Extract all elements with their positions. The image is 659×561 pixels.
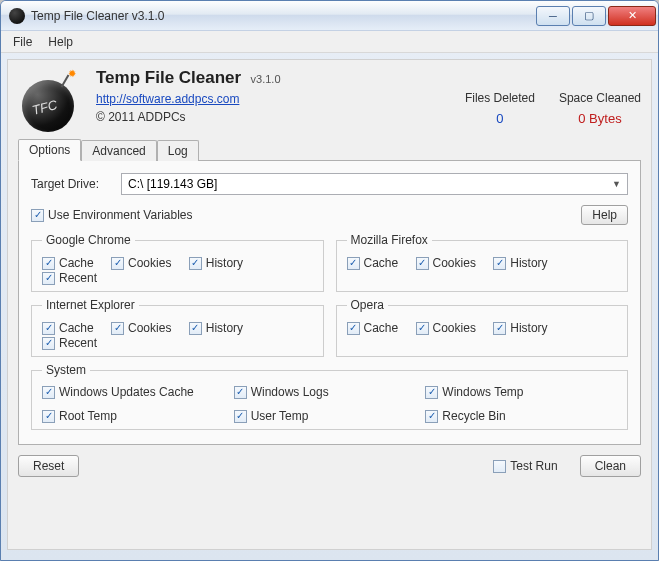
firefox-cache-checkbox[interactable]: ✓Cache	[347, 256, 399, 270]
target-drive-select[interactable]: C:\ [119.143 GB] ▼	[121, 173, 628, 195]
header: TFC ✹ Temp File Cleaner v3.1.0 http://so…	[18, 68, 641, 132]
menu-help[interactable]: Help	[40, 33, 81, 51]
group-chrome: Google Chrome ✓Cache ✓Cookies ✓History ✓…	[31, 233, 324, 292]
app-name: Temp File Cleaner	[96, 68, 241, 88]
group-firefox: Mozilla Firefox ✓Cache ✓Cookies ✓History	[336, 233, 629, 292]
system-win-temp-checkbox[interactable]: ✓Windows Temp	[425, 385, 603, 399]
files-deleted-value: 0	[465, 111, 535, 126]
system-user-temp-checkbox[interactable]: ✓User Temp	[234, 409, 412, 423]
website-link[interactable]: http://software.addpcs.com	[96, 92, 281, 106]
ie-cookies-checkbox[interactable]: ✓Cookies	[111, 321, 171, 335]
tab-log[interactable]: Log	[157, 140, 199, 161]
opera-cookies-checkbox[interactable]: ✓Cookies	[416, 321, 476, 335]
titlebar: Temp File Cleaner v3.1.0 ─ ▢ ✕	[1, 1, 658, 31]
firefox-cookies-checkbox[interactable]: ✓Cookies	[416, 256, 476, 270]
app-version: v3.1.0	[251, 73, 281, 85]
menubar: File Help	[1, 31, 658, 53]
footer: Reset Test Run Clean	[18, 455, 641, 477]
minimize-button[interactable]: ─	[536, 6, 570, 26]
app-window: Temp File Cleaner v3.1.0 ─ ▢ ✕ File Help…	[0, 0, 659, 561]
ie-cache-checkbox[interactable]: ✓Cache	[42, 321, 94, 335]
system-root-temp-checkbox[interactable]: ✓Root Temp	[42, 409, 220, 423]
opera-history-checkbox[interactable]: ✓History	[493, 321, 547, 335]
header-info: Temp File Cleaner v3.1.0 http://software…	[96, 68, 281, 124]
use-env-vars-checkbox[interactable]: ✓ Use Environment Variables	[31, 208, 193, 222]
system-recycle-bin-checkbox[interactable]: ✓Recycle Bin	[425, 409, 603, 423]
tabs: Options Advanced Log	[18, 138, 641, 160]
space-cleaned-value: 0 Bytes	[559, 111, 641, 126]
system-win-logs-checkbox[interactable]: ✓Windows Logs	[234, 385, 412, 399]
files-deleted-label: Files Deleted	[465, 91, 535, 105]
help-button[interactable]: Help	[581, 205, 628, 225]
stats: Files Deleted 0 Space Cleaned 0 Bytes	[465, 91, 641, 132]
opera-cache-checkbox[interactable]: ✓Cache	[347, 321, 399, 335]
bomb-icon: TFC ✹	[18, 68, 82, 132]
system-win-updates-cache-checkbox[interactable]: ✓Windows Updates Cache	[42, 385, 220, 399]
close-button[interactable]: ✕	[608, 6, 656, 26]
space-cleaned-label: Space Cleaned	[559, 91, 641, 105]
maximize-button[interactable]: ▢	[572, 6, 606, 26]
firefox-history-checkbox[interactable]: ✓History	[493, 256, 547, 270]
menu-file[interactable]: File	[5, 33, 40, 51]
copyright: © 2011 ADDPCs	[96, 110, 281, 124]
tab-panel-options: Target Drive: C:\ [119.143 GB] ▼ ✓ Use E…	[18, 160, 641, 445]
chevron-down-icon: ▼	[612, 179, 621, 189]
chrome-cookies-checkbox[interactable]: ✓Cookies	[111, 256, 171, 270]
chrome-cache-checkbox[interactable]: ✓Cache	[42, 256, 94, 270]
window-title: Temp File Cleaner v3.1.0	[31, 9, 536, 23]
test-run-checkbox[interactable]: Test Run	[493, 459, 557, 473]
tab-options[interactable]: Options	[18, 139, 81, 161]
tab-advanced[interactable]: Advanced	[81, 140, 156, 161]
group-opera: Opera ✓Cache ✓Cookies ✓History	[336, 298, 629, 357]
clean-button[interactable]: Clean	[580, 455, 641, 477]
chrome-history-checkbox[interactable]: ✓History	[189, 256, 243, 270]
reset-button[interactable]: Reset	[18, 455, 79, 477]
ie-history-checkbox[interactable]: ✓History	[189, 321, 243, 335]
ie-recent-checkbox[interactable]: ✓Recent	[42, 336, 97, 350]
target-drive-label: Target Drive:	[31, 177, 121, 191]
chrome-recent-checkbox[interactable]: ✓Recent	[42, 271, 97, 285]
target-drive-value: C:\ [119.143 GB]	[128, 177, 217, 191]
app-icon	[9, 8, 25, 24]
client-area: TFC ✹ Temp File Cleaner v3.1.0 http://so…	[7, 59, 652, 550]
group-ie: Internet Explorer ✓Cache ✓Cookies ✓Histo…	[31, 298, 324, 357]
group-system: System ✓Windows Updates Cache ✓Windows L…	[31, 363, 628, 430]
